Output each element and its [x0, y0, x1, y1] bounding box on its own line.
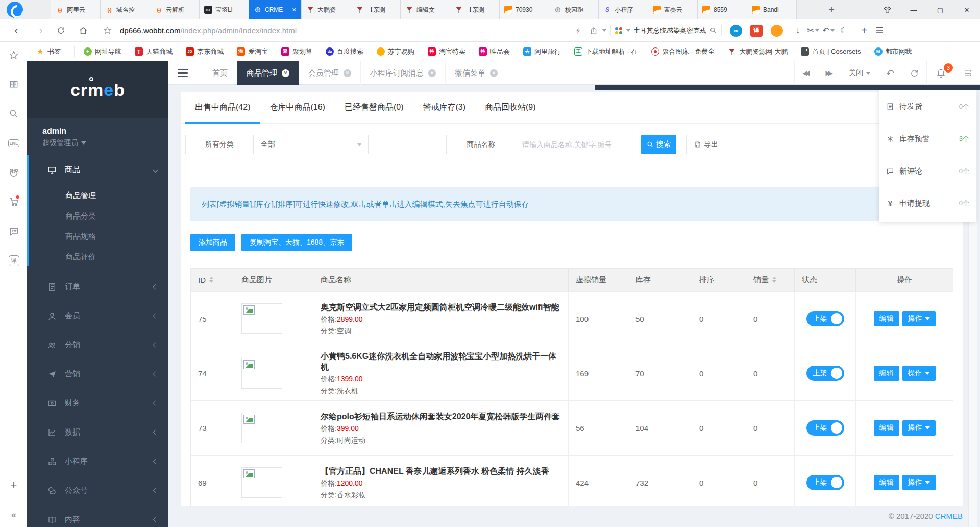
collapse-menu-icon[interactable] [178, 69, 188, 77]
panel-item-new-comments[interactable]: 新评论 0个 [886, 155, 969, 187]
search-button[interactable]: 搜索 [641, 135, 676, 154]
back-icon[interactable]: ‹ [9, 23, 24, 38]
bookmark-item[interactable]: 聚划算 [281, 47, 312, 56]
browser-tab[interactable]: 70930 [500, 0, 549, 19]
edit-button[interactable]: 编辑 [874, 475, 899, 490]
bookmark-item[interactable]: 京东商城 [186, 47, 224, 56]
scissors-icon[interactable]: ✂ [805, 23, 821, 38]
export-button[interactable]: 导出 [686, 135, 726, 154]
search-icon[interactable] [7, 107, 20, 121]
browser-tab[interactable]: 蓝奏云 [648, 0, 698, 19]
bookmark-item[interactable]: 网址导航 [84, 47, 121, 56]
scroll-tabs-left-icon[interactable]: ◀◀ [794, 61, 817, 85]
bookmark-item[interactable]: 唯品会 [479, 47, 510, 56]
sidebar-item-members[interactable]: 会员 [27, 301, 168, 330]
close-tab-icon[interactable]: ✕ [344, 69, 351, 77]
collapse-icon[interactable]: « [7, 508, 20, 521]
browser-tab[interactable]: 8559 [698, 0, 747, 19]
copy-goods-button[interactable]: 复制淘宝、天猫、1688、京东 [241, 234, 352, 251]
sidebar-item-orders[interactable]: 订单 [27, 272, 168, 301]
notifications-bell[interactable]: 3 [926, 61, 955, 85]
browser-tab[interactable]: 大鹏资 [302, 0, 351, 19]
goods-name-input[interactable] [516, 135, 631, 154]
tab-recycle-bin[interactable]: 商品回收站(9) [475, 92, 546, 123]
cell-stock[interactable]: 50 [628, 292, 692, 346]
sidebar-subitem-goods-review[interactable]: 商品评价 [27, 247, 168, 267]
sidebar-item-data[interactable]: 数据 [27, 418, 168, 447]
sidebar-item-official-account[interactable]: 公众号 [27, 476, 168, 505]
url-field[interactable]: dp666.wobbt.com/index.php/admin/Index/in… [120, 26, 297, 35]
forward-icon[interactable]: › [33, 23, 48, 38]
refresh-icon[interactable] [902, 61, 926, 85]
cell-stock[interactable]: 70 [628, 346, 692, 400]
user-role[interactable]: 超级管理员 [42, 138, 168, 148]
live-icon[interactable]: LIVE [7, 136, 20, 150]
chat-icon[interactable] [7, 225, 20, 238]
sidebar-item-finance[interactable]: 财务 [27, 389, 168, 418]
sidebar-item-content[interactable]: 内容 [27, 505, 168, 527]
panel-item-withdrawal-requests[interactable]: ¥ 申请提现 0个 [886, 187, 969, 219]
dark-mode-icon[interactable]: ☾ [836, 23, 851, 38]
bookmark-item[interactable]: 大鹏资源网-大鹏 [728, 47, 788, 56]
add-icon[interactable]: + [7, 478, 20, 492]
brand-link[interactable]: CRMEB [935, 512, 963, 520]
home-icon[interactable] [76, 23, 91, 38]
chevron-down-icon[interactable] [602, 29, 606, 32]
bookmark-item[interactable]: ★书签 [36, 47, 61, 56]
sort-icon[interactable] [772, 277, 776, 283]
bookmark-item[interactable]: 阿里旅行 [523, 47, 561, 56]
bookmark-item[interactable]: 淘宝特卖 [428, 47, 465, 56]
more-actions-button[interactable]: 操作 [902, 420, 936, 436]
add-goods-button[interactable]: 添加商品 [190, 234, 235, 251]
menu-icon[interactable]: ☰ [872, 23, 887, 38]
maximize-button[interactable]: ▢ [927, 0, 953, 19]
tab-stock-alert[interactable]: 警戒库存(3) [413, 92, 475, 123]
tab-onsale[interactable]: 出售中商品(42) [185, 92, 260, 123]
translate-icon[interactable]: 译 [7, 254, 20, 267]
sidebar-item-distribution[interactable]: 分销 [27, 330, 168, 360]
more-actions-button[interactable]: 操作 [902, 475, 936, 490]
sidebar-item-goods[interactable]: 商品 [27, 155, 168, 184]
bookmark-star-icon[interactable] [100, 23, 115, 38]
browser-tab[interactable]: 【亲测 [351, 0, 401, 19]
cell-image[interactable] [234, 456, 313, 506]
favorites-icon[interactable] [7, 49, 20, 62]
close-tab-icon[interactable]: ✕ [282, 69, 289, 77]
edit-button[interactable]: 编辑 [874, 420, 899, 436]
edit-button[interactable]: 编辑 [874, 366, 899, 381]
bookmark-item[interactable]: 爱淘宝 [237, 47, 268, 56]
more-actions-button[interactable]: 操作 [902, 311, 936, 326]
reload-icon[interactable] [53, 23, 68, 38]
cell-sort[interactable]: 0 [692, 292, 746, 346]
download-icon[interactable]: ↓ [790, 23, 805, 38]
panel-item-stock-alert[interactable]: 库存预警 3个 [886, 123, 969, 155]
browser-tab[interactable]: 小程序 [599, 0, 648, 19]
cell-sort[interactable]: 0 [692, 456, 746, 506]
panel-item-pending-shipment[interactable]: 待发货 0个 [886, 90, 969, 123]
hot-search-widget[interactable]: 土耳其总统感染奥密克戎 [615, 26, 717, 35]
cell-stock[interactable]: 732 [628, 456, 692, 506]
sidebar-subitem-goods-category[interactable]: 商品分类 [27, 206, 168, 226]
extension-mascot-icon[interactable] [771, 25, 783, 37]
cell-virtual-sales[interactable]: 100 [569, 292, 628, 346]
bookmark-item[interactable]: 都市网我 [874, 47, 912, 56]
sidebar-subitem-goods-spec[interactable]: 商品规格 [27, 226, 168, 247]
cell-stock[interactable]: 104 [628, 401, 692, 455]
bookmark-item[interactable]: 百度搜索 [326, 47, 363, 56]
close-tab-icon[interactable]: ✕ [292, 7, 297, 13]
more-actions-button[interactable]: 操作 [902, 366, 936, 381]
browser-tab[interactable]: Bandi [747, 0, 797, 19]
browser-tab[interactable]: 校园跑 [549, 0, 599, 19]
extension-infinity-icon[interactable]: ∞ [730, 25, 742, 37]
cell-image[interactable] [234, 292, 313, 346]
cell-sort[interactable]: 0 [692, 401, 746, 455]
browser-tab[interactable]: 宝塔Li [200, 0, 249, 19]
reading-icon[interactable] [7, 78, 20, 91]
page-tab-goods-manage[interactable]: 商品管理✕ [237, 61, 299, 85]
theme-icon[interactable] [874, 0, 900, 19]
back-icon[interactable]: ↶ [878, 61, 902, 85]
search-icon[interactable] [709, 27, 717, 34]
browser-tab[interactable]: 云解析 [150, 0, 200, 19]
bookmark-item[interactable]: 聚合图床 - 免费全 [651, 47, 715, 56]
undo-icon[interactable]: ↶ [821, 23, 836, 38]
